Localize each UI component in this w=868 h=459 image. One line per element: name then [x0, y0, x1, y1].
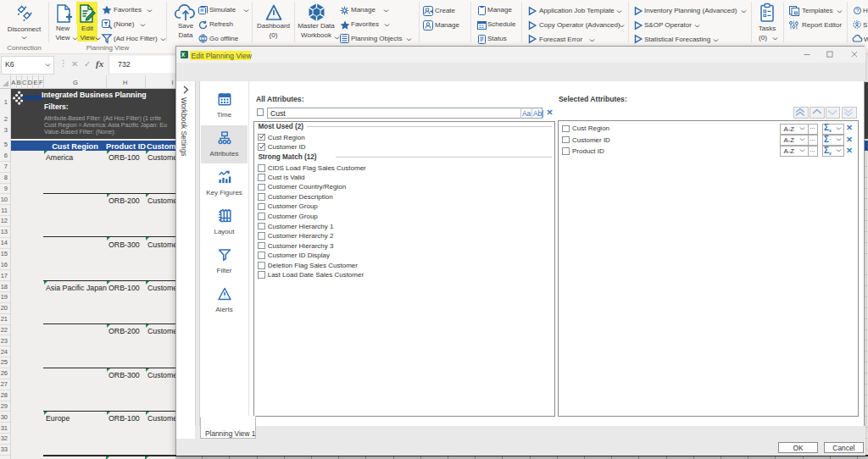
- svg-text:Σx: Σx: [824, 123, 832, 133]
- svg-text:Σx: Σx: [824, 146, 832, 156]
- svg-text:Σ↑: Σ↑: [824, 135, 832, 144]
